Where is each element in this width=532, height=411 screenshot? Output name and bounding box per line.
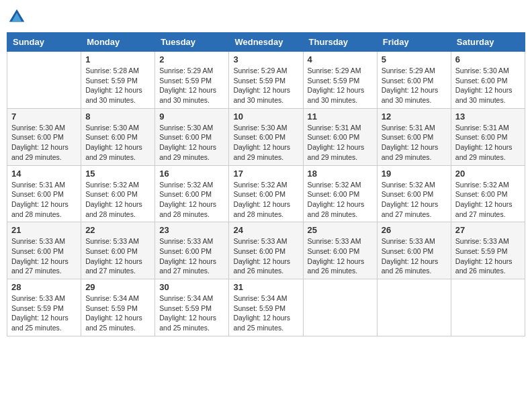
- day-info: Sunrise: 5:34 AM Sunset: 5:59 PM Dayligh…: [233, 293, 298, 333]
- day-info: Sunrise: 5:33 AM Sunset: 5:59 PM Dayligh…: [11, 293, 77, 333]
- calendar-cell: 14Sunrise: 5:31 AM Sunset: 6:00 PM Dayli…: [7, 165, 81, 222]
- day-number: 6: [455, 54, 521, 64]
- day-info: Sunrise: 5:34 AM Sunset: 5:59 PM Dayligh…: [159, 293, 224, 333]
- day-number: 29: [85, 282, 150, 292]
- day-info: Sunrise: 5:33 AM Sunset: 6:00 PM Dayligh…: [308, 236, 373, 276]
- calendar-cell: 3Sunrise: 5:29 AM Sunset: 5:59 PM Daylig…: [229, 52, 303, 109]
- day-info: Sunrise: 5:29 AM Sunset: 6:00 PM Dayligh…: [382, 66, 447, 105]
- day-info: Sunrise: 5:30 AM Sunset: 6:00 PM Dayligh…: [455, 66, 521, 105]
- day-info: Sunrise: 5:31 AM Sunset: 6:00 PM Dayligh…: [11, 180, 77, 220]
- day-number: 5: [382, 54, 447, 64]
- calendar-cell: 7Sunrise: 5:30 AM Sunset: 6:00 PM Daylig…: [7, 108, 81, 165]
- day-info: Sunrise: 5:30 AM Sunset: 6:00 PM Dayligh…: [11, 123, 77, 163]
- day-info: Sunrise: 5:33 AM Sunset: 6:00 PM Dayligh…: [382, 236, 447, 276]
- calendar-cell: 23Sunrise: 5:33 AM Sunset: 6:00 PM Dayli…: [155, 222, 229, 279]
- weekday-header-friday: Friday: [377, 33, 451, 52]
- weekday-header-thursday: Thursday: [303, 33, 377, 52]
- day-number: 20: [455, 169, 521, 179]
- calendar-cell: 21Sunrise: 5:33 AM Sunset: 6:00 PM Dayli…: [7, 222, 81, 279]
- day-number: 16: [159, 169, 224, 179]
- day-info: Sunrise: 5:34 AM Sunset: 5:59 PM Dayligh…: [85, 293, 150, 333]
- calendar-cell: [303, 279, 377, 336]
- day-number: 23: [159, 225, 224, 235]
- day-number: 7: [11, 111, 77, 122]
- calendar-cell: 25Sunrise: 5:33 AM Sunset: 6:00 PM Dayli…: [303, 222, 377, 279]
- day-info: Sunrise: 5:33 AM Sunset: 6:00 PM Dayligh…: [11, 236, 77, 276]
- day-info: Sunrise: 5:33 AM Sunset: 6:00 PM Dayligh…: [159, 236, 224, 276]
- day-number: 14: [11, 169, 77, 179]
- calendar-week-row: 28Sunrise: 5:33 AM Sunset: 5:59 PM Dayli…: [7, 279, 525, 336]
- calendar-week-row: 1Sunrise: 5:28 AM Sunset: 5:59 PM Daylig…: [7, 52, 525, 109]
- day-number: 10: [233, 111, 298, 122]
- day-info: Sunrise: 5:31 AM Sunset: 6:00 PM Dayligh…: [382, 123, 447, 163]
- day-info: Sunrise: 5:30 AM Sunset: 6:00 PM Dayligh…: [233, 123, 298, 163]
- day-info: Sunrise: 5:33 AM Sunset: 6:00 PM Dayligh…: [233, 236, 298, 276]
- day-number: 18: [308, 169, 373, 179]
- calendar-cell: 17Sunrise: 5:32 AM Sunset: 6:00 PM Dayli…: [229, 165, 303, 222]
- day-number: 8: [85, 111, 150, 122]
- calendar-cell: 20Sunrise: 5:32 AM Sunset: 6:00 PM Dayli…: [451, 165, 525, 222]
- day-number: 26: [382, 225, 447, 235]
- day-number: 22: [85, 225, 150, 235]
- calendar-cell: [7, 52, 81, 109]
- day-number: 13: [455, 111, 521, 122]
- weekday-header-row: SundayMondayTuesdayWednesdayThursdayFrid…: [7, 33, 525, 52]
- calendar-cell: 18Sunrise: 5:32 AM Sunset: 6:00 PM Dayli…: [303, 165, 377, 222]
- calendar-week-row: 7Sunrise: 5:30 AM Sunset: 6:00 PM Daylig…: [7, 108, 525, 165]
- day-info: Sunrise: 5:33 AM Sunset: 5:59 PM Dayligh…: [455, 236, 521, 276]
- day-info: Sunrise: 5:29 AM Sunset: 5:59 PM Dayligh…: [233, 66, 298, 105]
- day-info: Sunrise: 5:29 AM Sunset: 5:59 PM Dayligh…: [159, 66, 224, 105]
- day-info: Sunrise: 5:31 AM Sunset: 6:00 PM Dayligh…: [455, 123, 521, 163]
- calendar-cell: 19Sunrise: 5:32 AM Sunset: 6:00 PM Dayli…: [377, 165, 451, 222]
- day-number: 28: [11, 282, 77, 292]
- calendar-cell: 2Sunrise: 5:29 AM Sunset: 5:59 PM Daylig…: [155, 52, 229, 109]
- calendar-cell: [377, 279, 451, 336]
- calendar-cell: 28Sunrise: 5:33 AM Sunset: 5:59 PM Dayli…: [7, 279, 81, 336]
- day-number: 25: [308, 225, 373, 235]
- day-number: 31: [233, 282, 298, 292]
- logo[interactable]: [7, 7, 30, 27]
- day-number: 9: [159, 111, 224, 122]
- calendar-cell: 8Sunrise: 5:30 AM Sunset: 6:00 PM Daylig…: [81, 108, 155, 165]
- calendar-cell: 15Sunrise: 5:32 AM Sunset: 6:00 PM Dayli…: [81, 165, 155, 222]
- day-number: 21: [11, 225, 77, 235]
- day-info: Sunrise: 5:28 AM Sunset: 5:59 PM Dayligh…: [85, 66, 150, 105]
- weekday-header-monday: Monday: [81, 33, 155, 52]
- day-number: 27: [455, 225, 521, 235]
- calendar-cell: 9Sunrise: 5:30 AM Sunset: 6:00 PM Daylig…: [155, 108, 229, 165]
- page-header: [7, 7, 525, 27]
- day-info: Sunrise: 5:33 AM Sunset: 6:00 PM Dayligh…: [85, 236, 150, 276]
- calendar-cell: 5Sunrise: 5:29 AM Sunset: 6:00 PM Daylig…: [377, 52, 451, 109]
- calendar-week-row: 14Sunrise: 5:31 AM Sunset: 6:00 PM Dayli…: [7, 165, 525, 222]
- calendar-cell: 30Sunrise: 5:34 AM Sunset: 5:59 PM Dayli…: [155, 279, 229, 336]
- day-number: 12: [382, 111, 447, 122]
- day-info: Sunrise: 5:29 AM Sunset: 5:59 PM Dayligh…: [308, 66, 373, 105]
- calendar-cell: 13Sunrise: 5:31 AM Sunset: 6:00 PM Dayli…: [451, 108, 525, 165]
- weekday-header-saturday: Saturday: [451, 33, 525, 52]
- calendar-cell: 27Sunrise: 5:33 AM Sunset: 5:59 PM Dayli…: [451, 222, 525, 279]
- day-number: 17: [233, 169, 298, 179]
- day-info: Sunrise: 5:32 AM Sunset: 6:00 PM Dayligh…: [233, 180, 298, 220]
- day-info: Sunrise: 5:31 AM Sunset: 6:00 PM Dayligh…: [308, 123, 373, 163]
- weekday-header-sunday: Sunday: [7, 33, 81, 52]
- day-number: 24: [233, 225, 298, 235]
- day-info: Sunrise: 5:32 AM Sunset: 6:00 PM Dayligh…: [308, 180, 373, 220]
- day-info: Sunrise: 5:32 AM Sunset: 6:00 PM Dayligh…: [382, 180, 447, 220]
- day-number: 2: [159, 54, 224, 64]
- calendar-cell: 22Sunrise: 5:33 AM Sunset: 6:00 PM Dayli…: [81, 222, 155, 279]
- calendar-cell: [451, 279, 525, 336]
- day-info: Sunrise: 5:30 AM Sunset: 6:00 PM Dayligh…: [85, 123, 150, 163]
- weekday-header-wednesday: Wednesday: [229, 33, 303, 52]
- day-number: 30: [159, 282, 224, 292]
- day-number: 19: [382, 169, 447, 179]
- calendar-table: SundayMondayTuesdayWednesdayThursdayFrid…: [7, 32, 525, 336]
- day-number: 3: [233, 54, 298, 64]
- calendar-cell: 31Sunrise: 5:34 AM Sunset: 5:59 PM Dayli…: [229, 279, 303, 336]
- calendar-cell: 11Sunrise: 5:31 AM Sunset: 6:00 PM Dayli…: [303, 108, 377, 165]
- calendar-week-row: 21Sunrise: 5:33 AM Sunset: 6:00 PM Dayli…: [7, 222, 525, 279]
- calendar-cell: 24Sunrise: 5:33 AM Sunset: 6:00 PM Dayli…: [229, 222, 303, 279]
- day-info: Sunrise: 5:32 AM Sunset: 6:00 PM Dayligh…: [85, 180, 150, 220]
- day-info: Sunrise: 5:32 AM Sunset: 6:00 PM Dayligh…: [455, 180, 521, 220]
- calendar-cell: 12Sunrise: 5:31 AM Sunset: 6:00 PM Dayli…: [377, 108, 451, 165]
- calendar-cell: 4Sunrise: 5:29 AM Sunset: 5:59 PM Daylig…: [303, 52, 377, 109]
